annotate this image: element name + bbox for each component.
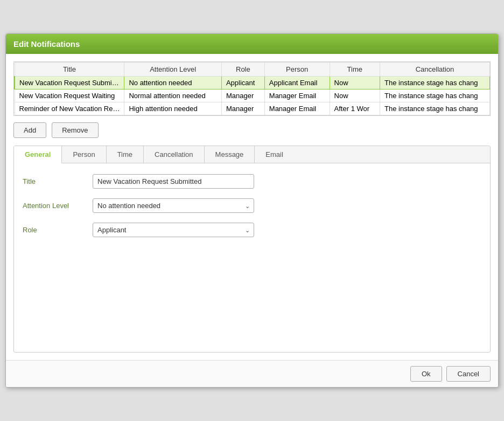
- notifications-table-wrapper: Title Attention Level Role Person Time C…: [13, 61, 491, 116]
- dialog-footer: Ok Cancel: [6, 360, 498, 387]
- tab-message[interactable]: Message: [205, 146, 255, 163]
- table-cell: Manager Email: [264, 102, 330, 115]
- tab-person[interactable]: Person: [62, 146, 106, 163]
- table-cell: Applicant Email: [264, 77, 330, 89]
- table-cell: Normal attention needed: [124, 89, 222, 102]
- tabs-header: GeneralPersonTimeCancellationMessageEmai…: [14, 146, 490, 163]
- table-cell: No attention needed: [124, 77, 222, 89]
- action-buttons: Add Remove: [13, 122, 491, 138]
- table-cell: Reminder of New Vacation Request: [15, 102, 124, 115]
- tab-content-general: Title Attention Level No attention neede…: [14, 163, 490, 352]
- cancel-button[interactable]: Cancel: [446, 366, 491, 382]
- col-header-attention: Attention Level: [124, 63, 222, 77]
- table-cell: The instance stage has chang: [380, 89, 490, 102]
- table-cell: Now: [330, 89, 380, 102]
- tabs-container: GeneralPersonTimeCancellationMessageEmai…: [13, 146, 491, 353]
- table-cell: Manager Email: [264, 89, 330, 102]
- table-cell: New Vacation Request Waiting: [15, 89, 124, 102]
- table-cell: Applicant: [221, 77, 264, 89]
- tab-email[interactable]: Email: [255, 146, 294, 163]
- col-header-title: Title: [15, 63, 124, 77]
- table-row[interactable]: New Vacation Request SubmittedNo attenti…: [15, 77, 490, 89]
- table-cell: Manager: [221, 102, 264, 115]
- ok-button[interactable]: Ok: [410, 366, 442, 382]
- title-label: Title: [23, 177, 93, 185]
- table-cell: Manager: [221, 89, 264, 102]
- attention-level-label: Attention Level: [23, 202, 93, 210]
- table-cell: High attention needed: [124, 102, 222, 115]
- table-row[interactable]: New Vacation Request WaitingNormal atten…: [15, 89, 490, 102]
- tab-time[interactable]: Time: [107, 146, 144, 163]
- form-row-role: Role ApplicantManagerAdmin ⌄: [23, 223, 481, 237]
- add-button[interactable]: Add: [13, 122, 46, 138]
- table-cell: After 1 Wor: [330, 102, 380, 115]
- form-row-attention: Attention Level No attention neededNorma…: [23, 198, 481, 213]
- table-row[interactable]: Reminder of New Vacation RequestHigh att…: [15, 102, 490, 115]
- dialog-body: Title Attention Level Role Person Time C…: [6, 54, 498, 360]
- dialog-header: Edit Notifications: [6, 34, 498, 54]
- role-select[interactable]: ApplicantManagerAdmin: [93, 223, 254, 237]
- table-cell: Now: [330, 77, 380, 89]
- attention-level-select[interactable]: No attention neededNormal attention need…: [93, 198, 254, 213]
- col-header-role: Role: [221, 63, 264, 77]
- attention-level-select-wrapper: No attention neededNormal attention need…: [93, 198, 254, 213]
- notifications-table: Title Attention Level Role Person Time C…: [14, 62, 490, 115]
- col-header-cancellation: Cancellation: [380, 63, 490, 77]
- col-header-person: Person: [264, 63, 330, 77]
- remove-button[interactable]: Remove: [52, 122, 98, 138]
- tab-general[interactable]: General: [14, 146, 62, 163]
- table-cell: New Vacation Request Submitted: [15, 77, 124, 89]
- table-cell: The instance stage has chang: [380, 102, 490, 115]
- table-cell: The instance stage has chang: [380, 77, 490, 89]
- role-select-wrapper: ApplicantManagerAdmin ⌄: [93, 223, 254, 237]
- dialog-title: Edit Notifications: [13, 39, 80, 49]
- form-row-title: Title: [23, 174, 481, 189]
- col-header-time: Time: [330, 63, 380, 77]
- role-label: Role: [23, 226, 93, 234]
- tab-cancellation[interactable]: Cancellation: [144, 146, 205, 163]
- title-input[interactable]: [93, 174, 254, 189]
- edit-notifications-dialog: Edit Notifications Title Attention Level…: [5, 33, 499, 388]
